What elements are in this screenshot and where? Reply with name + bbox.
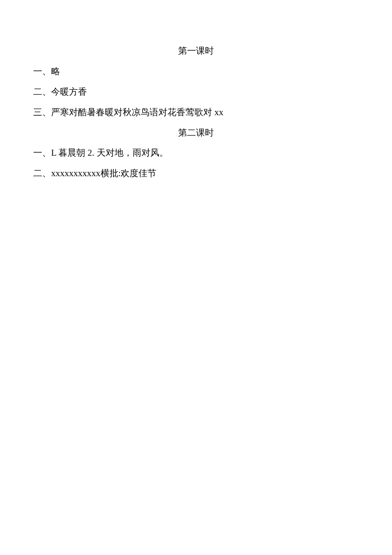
- section-2-line-1-mid: 暮晨朝: [58, 148, 87, 158]
- section-1-heading: 第一课时: [33, 43, 359, 60]
- section-2-line-2-latin: xxxxxxxxxxx: [51, 168, 101, 178]
- section-2-line-1-latin-1: L: [51, 148, 58, 158]
- section-1-line-2: 二、今暖方香: [33, 84, 359, 101]
- section-2-line-1: 一、L 暮晨朝 2. 天对地，雨对风。: [33, 145, 359, 162]
- section-2-line-2-tail: 横批:欢度佳节: [101, 168, 157, 178]
- section-2-heading: 第二课时: [33, 125, 359, 142]
- section-1-line-1: 一、略: [33, 63, 359, 80]
- section-2-line-1-tail: 天对地，雨对风。: [97, 148, 168, 158]
- section-1-line-3: 三、严寒对酷暑春暖对秋凉鸟语对花香莺歌对 xx: [33, 104, 359, 121]
- section-2-line-1-latin-2: 2.: [88, 148, 97, 158]
- section-2-line-2-prefix: 二、: [33, 168, 51, 178]
- section-2-line-2: 二、xxxxxxxxxxx横批:欢度佳节: [33, 165, 359, 182]
- section-2-line-1-prefix: 一、: [33, 148, 51, 158]
- section-1-line-3-text: 三、严寒对酷暑春暖对秋凉鸟语对花香莺歌对: [33, 107, 214, 117]
- section-1-line-3-latin: xx: [214, 107, 223, 117]
